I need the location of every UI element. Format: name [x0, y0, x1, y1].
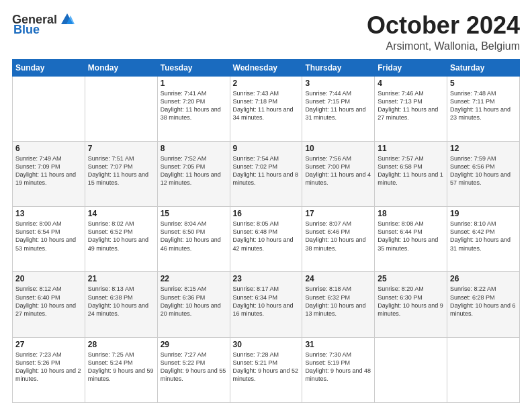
calendar-cell: 29Sunrise: 7:27 AM Sunset: 5:22 PM Dayli… [157, 337, 230, 402]
day-info: Sunrise: 7:41 AM Sunset: 7:20 PM Dayligh… [161, 89, 227, 122]
calendar-cell: 5Sunrise: 7:48 AM Sunset: 7:11 PM Daylig… [447, 76, 520, 141]
day-number: 7 [88, 144, 154, 153]
day-number: 31 [305, 340, 371, 349]
day-info: Sunrise: 8:02 AM Sunset: 6:52 PM Dayligh… [88, 220, 154, 253]
day-number: 15 [161, 209, 227, 218]
day-info: Sunrise: 7:49 AM Sunset: 7:09 PM Dayligh… [15, 154, 82, 187]
day-info: Sunrise: 8:10 AM Sunset: 6:42 PM Dayligh… [450, 220, 517, 253]
week-row-0: 1Sunrise: 7:41 AM Sunset: 7:20 PM Daylig… [13, 76, 520, 141]
calendar-cell: 31Sunrise: 7:30 AM Sunset: 5:19 PM Dayli… [302, 337, 375, 402]
day-number: 10 [305, 144, 371, 153]
col-thursday: Thursday [302, 59, 375, 76]
calendar-cell: 10Sunrise: 7:56 AM Sunset: 7:00 PM Dayli… [302, 141, 375, 206]
day-info: Sunrise: 8:18 AM Sunset: 6:32 PM Dayligh… [305, 285, 371, 318]
calendar-cell: 4Sunrise: 7:46 AM Sunset: 7:13 PM Daylig… [375, 76, 447, 141]
day-info: Sunrise: 7:54 AM Sunset: 7:02 PM Dayligh… [233, 154, 300, 187]
day-info: Sunrise: 7:59 AM Sunset: 6:56 PM Dayligh… [450, 154, 517, 187]
day-number: 11 [378, 144, 444, 153]
col-wednesday: Wednesday [230, 59, 302, 76]
day-info: Sunrise: 7:48 AM Sunset: 7:11 PM Dayligh… [450, 89, 517, 122]
col-monday: Monday [85, 59, 157, 76]
day-number: 22 [161, 274, 227, 283]
calendar-cell: 2Sunrise: 7:43 AM Sunset: 7:18 PM Daylig… [230, 76, 302, 141]
title-area: October 2024 Arsimont, Wallonia, Belgium [367, 12, 520, 52]
calendar-cell: 3Sunrise: 7:44 AM Sunset: 7:15 PM Daylig… [302, 76, 375, 141]
day-info: Sunrise: 7:27 AM Sunset: 5:22 PM Dayligh… [161, 351, 227, 383]
day-info: Sunrise: 8:05 AM Sunset: 6:48 PM Dayligh… [233, 220, 300, 253]
calendar-cell: 27Sunrise: 7:23 AM Sunset: 5:26 PM Dayli… [13, 337, 85, 402]
day-info: Sunrise: 7:30 AM Sunset: 5:19 PM Dayligh… [305, 351, 371, 383]
calendar-cell: 24Sunrise: 8:18 AM Sunset: 6:32 PM Dayli… [302, 272, 375, 337]
col-sunday: Sunday [13, 59, 85, 76]
day-number: 19 [450, 209, 517, 218]
calendar-cell: 25Sunrise: 8:20 AM Sunset: 6:30 PM Dayli… [375, 272, 447, 337]
day-info: Sunrise: 7:46 AM Sunset: 7:13 PM Dayligh… [378, 89, 444, 122]
day-info: Sunrise: 8:12 AM Sunset: 6:40 PM Dayligh… [15, 285, 82, 318]
day-number: 18 [378, 209, 444, 218]
day-number: 14 [88, 209, 154, 218]
calendar-header-row: Sunday Monday Tuesday Wednesday Thursday… [13, 59, 520, 76]
day-number: 21 [88, 274, 154, 283]
day-info: Sunrise: 7:43 AM Sunset: 7:18 PM Dayligh… [233, 89, 300, 122]
calendar-cell [447, 337, 520, 402]
day-info: Sunrise: 7:51 AM Sunset: 7:07 PM Dayligh… [88, 154, 154, 187]
week-row-1: 6Sunrise: 7:49 AM Sunset: 7:09 PM Daylig… [13, 141, 520, 206]
day-number: 3 [305, 79, 371, 88]
day-number: 20 [15, 274, 82, 283]
day-info: Sunrise: 8:13 AM Sunset: 6:38 PM Dayligh… [88, 285, 154, 318]
calendar-cell: 20Sunrise: 8:12 AM Sunset: 6:40 PM Dayli… [13, 272, 85, 337]
day-number: 12 [450, 144, 517, 153]
calendar-cell: 18Sunrise: 8:08 AM Sunset: 6:44 PM Dayli… [375, 207, 447, 272]
day-info: Sunrise: 8:20 AM Sunset: 6:30 PM Dayligh… [378, 285, 444, 318]
calendar: Sunday Monday Tuesday Wednesday Thursday… [12, 59, 520, 403]
day-number: 25 [378, 274, 444, 283]
day-info: Sunrise: 7:56 AM Sunset: 7:00 PM Dayligh… [305, 154, 371, 187]
page: General Blue October 2024 Arsimont, Wall… [0, 0, 532, 411]
col-saturday: Saturday [447, 59, 520, 76]
day-number: 28 [88, 340, 154, 349]
day-number: 24 [305, 274, 371, 283]
day-info: Sunrise: 8:04 AM Sunset: 6:50 PM Dayligh… [161, 220, 227, 253]
calendar-cell: 23Sunrise: 8:17 AM Sunset: 6:34 PM Dayli… [230, 272, 302, 337]
day-number: 16 [233, 209, 300, 218]
location-title: Arsimont, Wallonia, Belgium [367, 40, 520, 52]
day-number: 6 [15, 144, 82, 153]
day-number: 30 [233, 340, 300, 349]
day-info: Sunrise: 7:28 AM Sunset: 5:21 PM Dayligh… [233, 351, 300, 383]
col-friday: Friday [375, 59, 447, 76]
day-info: Sunrise: 7:25 AM Sunset: 5:24 PM Dayligh… [88, 351, 154, 383]
calendar-cell: 30Sunrise: 7:28 AM Sunset: 5:21 PM Dayli… [230, 337, 302, 402]
logo-icon [60, 12, 75, 27]
calendar-cell: 9Sunrise: 7:54 AM Sunset: 7:02 PM Daylig… [230, 141, 302, 206]
calendar-cell: 13Sunrise: 8:00 AM Sunset: 6:54 PM Dayli… [13, 207, 85, 272]
calendar-cell: 12Sunrise: 7:59 AM Sunset: 6:56 PM Dayli… [447, 141, 520, 206]
calendar-cell [375, 337, 447, 402]
calendar-cell: 22Sunrise: 8:15 AM Sunset: 6:36 PM Dayli… [157, 272, 230, 337]
calendar-cell: 15Sunrise: 8:04 AM Sunset: 6:50 PM Dayli… [157, 207, 230, 272]
day-number: 29 [161, 340, 227, 349]
calendar-cell: 14Sunrise: 8:02 AM Sunset: 6:52 PM Dayli… [85, 207, 157, 272]
day-number: 27 [15, 340, 82, 349]
calendar-cell: 7Sunrise: 7:51 AM Sunset: 7:07 PM Daylig… [85, 141, 157, 206]
calendar-cell: 21Sunrise: 8:13 AM Sunset: 6:38 PM Dayli… [85, 272, 157, 337]
day-info: Sunrise: 8:22 AM Sunset: 6:28 PM Dayligh… [450, 285, 517, 318]
day-number: 9 [233, 144, 300, 153]
calendar-cell [85, 76, 157, 141]
day-number: 1 [161, 79, 227, 88]
header: General Blue October 2024 Arsimont, Wall… [12, 12, 520, 52]
calendar-cell: 26Sunrise: 8:22 AM Sunset: 6:28 PM Dayli… [447, 272, 520, 337]
day-number: 2 [233, 79, 300, 88]
calendar-cell: 1Sunrise: 7:41 AM Sunset: 7:20 PM Daylig… [157, 76, 230, 141]
col-tuesday: Tuesday [157, 59, 230, 76]
day-number: 8 [161, 144, 227, 153]
calendar-cell: 11Sunrise: 7:57 AM Sunset: 6:58 PM Dayli… [375, 141, 447, 206]
day-info: Sunrise: 7:52 AM Sunset: 7:05 PM Dayligh… [161, 154, 227, 187]
calendar-cell: 28Sunrise: 7:25 AM Sunset: 5:24 PM Dayli… [85, 337, 157, 402]
week-row-4: 27Sunrise: 7:23 AM Sunset: 5:26 PM Dayli… [13, 337, 520, 402]
logo-area: General Blue [12, 12, 75, 37]
day-number: 23 [233, 274, 300, 283]
day-info: Sunrise: 7:44 AM Sunset: 7:15 PM Dayligh… [305, 89, 371, 122]
logo-blue: Blue [13, 23, 40, 37]
day-info: Sunrise: 8:17 AM Sunset: 6:34 PM Dayligh… [233, 285, 300, 318]
week-row-2: 13Sunrise: 8:00 AM Sunset: 6:54 PM Dayli… [13, 207, 520, 272]
